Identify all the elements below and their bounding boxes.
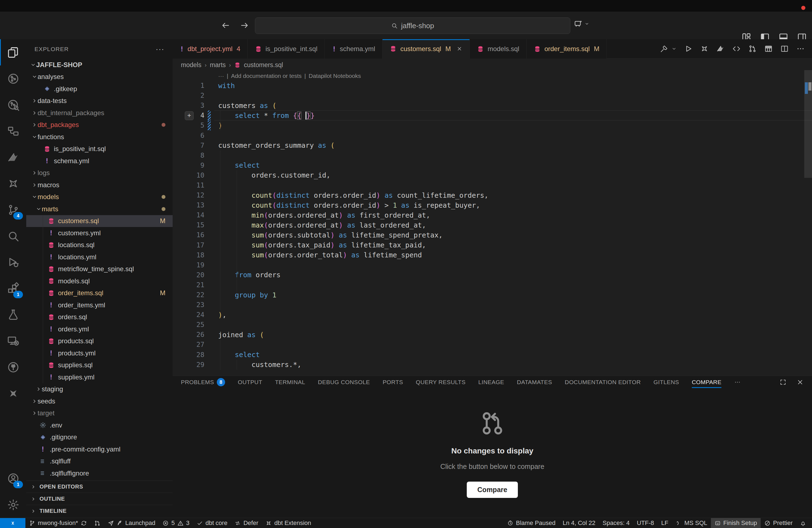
- tree-item-.gitignore[interactable]: .gitignore: [26, 431, 173, 443]
- code-line-4[interactable]: +4 select * from {{ }}: [173, 111, 812, 120]
- forward-icon[interactable]: [240, 21, 249, 30]
- tree-item-models.sql[interactable]: models.sql: [26, 275, 173, 287]
- tab-order_items.sql[interactable]: order_items.sqlM: [527, 39, 607, 59]
- tree-item-seeds[interactable]: seeds: [26, 395, 173, 407]
- code-line-28[interactable]: 28 select: [173, 350, 812, 360]
- tree-item-metricflow_time_spine.sql[interactable]: metricflow_time_spine.sql: [26, 263, 173, 275]
- tree-item-products.yml[interactable]: !products.yml: [26, 347, 173, 359]
- code-line-7[interactable]: 7customer_orders_summary as (: [173, 141, 812, 150]
- status-cursor-position[interactable]: Ln 4, Col 22: [559, 518, 599, 528]
- tree-item-schema.yml[interactable]: !schema.yml: [26, 155, 173, 167]
- status-blame-status[interactable]: Blame Paused: [504, 518, 559, 528]
- activity-dbt-lineage[interactable]: [0, 65, 26, 92]
- status-compare-changes[interactable]: [91, 518, 104, 528]
- activity-extensions[interactable]: 1: [0, 275, 26, 302]
- tree-item-analyses[interactable]: analyses: [26, 71, 173, 83]
- status-finish-setup[interactable]: Finish Setup: [711, 518, 760, 528]
- tree-item-products.sql[interactable]: products.sql: [26, 335, 173, 348]
- status-branch-status[interactable]: mwong-fusion*: [25, 518, 91, 528]
- tree-item-order_items.sql[interactable]: order_items.sqlM: [26, 287, 173, 299]
- breadcrumb-item[interactable]: models: [181, 61, 201, 69]
- codelens-more[interactable]: ···: [218, 73, 224, 79]
- code-line-11[interactable]: 11: [173, 180, 812, 190]
- tree-item-functions[interactable]: functions: [26, 131, 173, 143]
- tree-item-marts[interactable]: marts: [26, 203, 173, 215]
- panel-tab-compare[interactable]: COMPARE: [692, 376, 721, 388]
- tree-item-customers.sql[interactable]: customers.sqlM: [26, 215, 173, 227]
- activity-dbt-power-user-alt[interactable]: [0, 380, 26, 407]
- tree-item-order_items.yml[interactable]: !order_items.yml: [26, 299, 173, 311]
- editor-scrollbar[interactable]: [804, 70, 812, 178]
- tree-item-macros[interactable]: macros: [26, 179, 173, 191]
- code-line-13[interactable]: 13 count(distinct orders.order_id) > 1 a…: [173, 200, 812, 210]
- split-editor-icon[interactable]: [780, 44, 789, 53]
- activity-dbt-power-user[interactable]: [0, 171, 26, 196]
- dbt-build-icon[interactable]: [660, 44, 668, 53]
- code-line-20[interactable]: 20 from orders: [173, 270, 812, 280]
- activity-testing[interactable]: [0, 302, 26, 328]
- tree-item-supplies.sql[interactable]: supplies.sql: [26, 359, 173, 371]
- code-line-18[interactable]: 18 sum(orders.order_total) as lifetime_s…: [173, 250, 812, 260]
- panel-tab-problems[interactable]: PROBLEMS8: [181, 376, 225, 388]
- tree-item-dbt_packages[interactable]: dbt_packages: [26, 119, 173, 131]
- tree-item-.env[interactable]: .env: [26, 419, 173, 431]
- tab-customers.sql[interactable]: customers.sqlM: [382, 39, 470, 59]
- tree-item-.pre-commit-config.yaml[interactable]: !.pre-commit-config.yaml: [26, 443, 173, 455]
- code-line-10[interactable]: 10 orders.customer_id,: [173, 171, 812, 180]
- panel-tab-datamates[interactable]: DATAMATES: [517, 376, 552, 388]
- activity-run-and-debug[interactable]: [0, 249, 26, 275]
- status-launchpad[interactable]: Launchpad: [104, 518, 159, 528]
- close-tab-icon[interactable]: [456, 46, 462, 52]
- explorer-more-actions[interactable]: ···: [156, 45, 164, 54]
- code-line-17[interactable]: 17 sum(orders.tax_paid) as lifetime_tax_…: [173, 240, 812, 250]
- code-line-27[interactable]: 27: [173, 340, 812, 350]
- activity-dbt-flow[interactable]: [0, 118, 26, 144]
- code-line-14[interactable]: 14 min(orders.ordered_at) as first_order…: [173, 210, 812, 220]
- activity-explorer[interactable]: [0, 39, 26, 65]
- code-line-5[interactable]: 5): [173, 120, 812, 130]
- panel-tab-ports[interactable]: PORTS: [382, 376, 403, 388]
- tree-item-.gitkeep[interactable]: .gitkeep: [26, 83, 173, 95]
- status-problems-summary[interactable]: 53: [159, 518, 193, 528]
- panel-tab-query-results[interactable]: QUERY RESULTS: [416, 376, 465, 388]
- status-dbt-core[interactable]: dbt core: [193, 518, 231, 528]
- query-results-icon[interactable]: [764, 44, 773, 53]
- back-icon[interactable]: [221, 21, 230, 30]
- sidebar-section-open-editors[interactable]: OPEN EDITORS: [26, 481, 173, 493]
- tree-item-locations.yml[interactable]: !locations.yml: [26, 251, 173, 263]
- tree-item-logs[interactable]: logs: [26, 167, 173, 179]
- tab-schema.yml[interactable]: !schema.yml: [325, 39, 382, 59]
- code-line-23[interactable]: 23: [173, 300, 812, 310]
- status-defer[interactable]: Defer: [231, 518, 262, 528]
- breadcrumb[interactable]: models›marts›customers.sql: [173, 59, 812, 71]
- status-encoding[interactable]: UTF-8: [633, 518, 657, 528]
- activity-github[interactable]: [0, 354, 26, 380]
- codelens-link[interactable]: Datapilot Notebooks: [309, 73, 361, 79]
- codelens-link[interactable]: Add documentation or tests: [231, 73, 302, 79]
- tab-dbt_project.yml[interactable]: !dbt_project.yml4: [173, 39, 248, 59]
- code-line-21[interactable]: 21: [173, 280, 812, 290]
- code-line-12[interactable]: 12 count(distinct orders.order_id) as co…: [173, 190, 812, 200]
- tree-item-is_positive_int.sql[interactable]: is_positive_int.sql: [26, 143, 173, 155]
- breadcrumb-item[interactable]: marts: [210, 61, 226, 69]
- tree-item-.sqlfluff[interactable]: .sqlfluff: [26, 455, 173, 468]
- status-prettier[interactable]: Prettier: [760, 518, 796, 528]
- activity-datapilot[interactable]: [0, 144, 26, 171]
- tree-item-customers.yml[interactable]: !customers.yml: [26, 227, 173, 239]
- copilot-button[interactable]: [574, 19, 590, 28]
- tree-item-dbt_internal_packages[interactable]: dbt_internal_packages: [26, 107, 173, 119]
- tree-item-target[interactable]: target: [26, 407, 173, 420]
- dbt-power-user-icon[interactable]: [700, 44, 709, 53]
- status-notifications[interactable]: [796, 518, 810, 528]
- activity-search[interactable]: [0, 223, 26, 249]
- remote-indicator[interactable]: [0, 518, 25, 528]
- panel-tab-gitlens[interactable]: GITLENS: [653, 376, 679, 388]
- status-language-mode[interactable]: MS SQL: [672, 518, 711, 528]
- code-line-24[interactable]: 24),: [173, 310, 812, 320]
- sidebar-section-outline[interactable]: OUTLINE: [26, 493, 173, 505]
- tree-item-locations.sql[interactable]: locations.sql: [26, 239, 173, 251]
- code-line-2[interactable]: 2: [173, 91, 812, 101]
- compare-button[interactable]: Compare: [467, 482, 518, 498]
- code-line-3[interactable]: 3customers as (: [173, 101, 812, 111]
- compiled-code-icon[interactable]: [732, 44, 741, 53]
